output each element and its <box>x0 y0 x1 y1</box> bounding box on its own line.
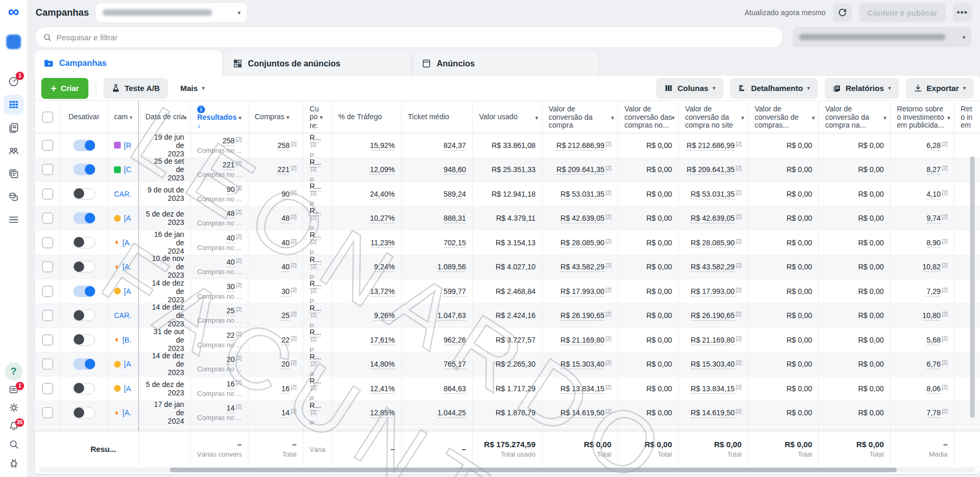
sidebar-item-campaigns[interactable] <box>0 93 27 116</box>
campaign-toggle[interactable] <box>73 164 95 175</box>
select-all-checkbox[interactable] <box>42 111 53 123</box>
row-checkbox[interactable] <box>42 286 53 297</box>
campaign-name-link[interactable]: [R... <box>124 141 132 150</box>
search-input[interactable]: Pesquisar e filtrar <box>36 27 782 47</box>
reports-button[interactable]: Relatórios▾ <box>825 78 899 99</box>
cell-spent: R$ 3.727,57 <box>473 328 542 352</box>
sidebar-item-account-overview[interactable]: 1 <box>0 70 27 93</box>
campaign-name-link[interactable]: [A... <box>122 263 132 271</box>
row-checkbox[interactable] <box>42 237 53 248</box>
row-checkbox[interactable] <box>42 358 53 370</box>
refresh-button[interactable] <box>833 3 852 22</box>
row-checkbox[interactable] <box>42 334 53 346</box>
campaign-toggle[interactable] <box>73 358 95 370</box>
row-checkbox[interactable] <box>42 383 53 394</box>
campaign-toggle[interactable] <box>73 334 95 346</box>
column-header-traffic[interactable]: % de Tráfego <box>332 101 402 133</box>
review-publish-button[interactable]: Conferir e publicar <box>859 3 945 22</box>
flame-icon <box>114 263 119 271</box>
tab-ads[interactable]: Anúncios <box>413 50 599 76</box>
sidebar-item-all-tools[interactable] <box>0 208 27 231</box>
campaign-name-link[interactable]: [A... <box>124 214 132 222</box>
more-options-button[interactable]: ••• <box>953 3 972 22</box>
campaign-toggle[interactable] <box>73 140 95 151</box>
sidebar-item-notifications[interactable]: 35 <box>0 417 27 435</box>
cell-date: 10 de nov de2023 <box>139 255 191 279</box>
campaign-name-link[interactable]: CAR... <box>114 190 132 198</box>
column-header-roas[interactable]: Retorno sobreo investimentoem publicida.… <box>891 101 954 133</box>
cell-date: 17 de jan de2024 <box>139 401 191 425</box>
row-checkbox[interactable] <box>42 310 53 321</box>
horizontal-scrollbar-thumb[interactable] <box>170 468 897 472</box>
campaign-name-link[interactable]: [A... <box>124 287 132 296</box>
campaign-toggle[interactable] <box>73 383 95 394</box>
tab-campaigns[interactable]: Campanhas <box>35 50 222 76</box>
row-checkbox[interactable] <box>42 212 53 224</box>
sidebar-item-audiences[interactable] <box>0 139 27 162</box>
campaign-toggle[interactable] <box>73 310 95 321</box>
account-avatar[interactable] <box>0 30 27 53</box>
meta-logo[interactable]: ∞ <box>0 0 27 23</box>
sidebar-item-updates[interactable]: 1 <box>0 380 27 399</box>
column-header-conv_value[interactable]: Valor deconversão dacompra▾ <box>542 101 618 133</box>
sidebar-item-report-bug[interactable] <box>0 453 27 472</box>
column-header-conv_de[interactable]: Valor deconversão decompras...▾ <box>748 101 819 133</box>
account-selector[interactable]: ▾ <box>96 3 247 22</box>
column-header-cost[interactable]: Cupo ▾re: <box>303 101 332 133</box>
sidebar-item-ads-library[interactable] <box>0 162 27 185</box>
vertical-scrollbar-thumb[interactable] <box>970 156 975 418</box>
sidebar-item-search[interactable] <box>0 435 27 453</box>
campaign-name-link[interactable]: CAR... <box>114 311 132 320</box>
campaign-name-link[interactable]: [A... <box>124 384 132 393</box>
row-checkbox[interactable] <box>42 164 53 175</box>
column-header-conv_no[interactable]: Valor deconversão dascompras no...▾ <box>618 101 679 133</box>
sidebar-item-help[interactable]: ? <box>0 362 27 380</box>
yellow-circle-icon <box>114 385 121 392</box>
campaign-name-link[interactable]: [B... <box>122 336 132 344</box>
horizontal-scrollbar[interactable] <box>39 468 975 472</box>
column-header-conv_site[interactable]: Valor deconversão dacompra no site▾ <box>679 101 748 133</box>
column-header-date[interactable]: Data de criação▾ <box>139 101 191 133</box>
column-header-spent[interactable]: Valor usado▾ <box>473 101 542 133</box>
sidebar-item-settings[interactable] <box>0 399 27 417</box>
column-header-conv_na[interactable]: Valor deconversão dacompra na...▾ <box>819 101 891 133</box>
campaign-toggle[interactable] <box>73 261 95 272</box>
campaign-name-link[interactable]: [A... <box>124 360 132 368</box>
column-header-ticket[interactable]: Ticket médio <box>402 101 473 133</box>
cell-ticket: 589,24 <box>402 182 473 206</box>
row-checkbox[interactable] <box>42 188 53 200</box>
columns-button[interactable]: Colunas▾ <box>656 78 723 99</box>
sidebar-item-pages[interactable] <box>0 116 27 139</box>
date-range-selector[interactable]: ▾ <box>793 27 972 47</box>
campaign-toggle[interactable] <box>73 407 95 418</box>
cell-spent: R$ 3.154,13 <box>473 231 542 255</box>
cell-cost: R...[2]P... <box>303 231 332 255</box>
export-button[interactable]: Exportar▾ <box>906 78 974 99</box>
ab-test-button[interactable]: Teste A/B <box>104 78 168 99</box>
campaign-name-link[interactable]: [C... <box>124 165 132 174</box>
cell-select <box>35 158 61 182</box>
cell-results: 22[2]Compras no ... <box>191 328 248 352</box>
more-button[interactable]: Mais▾ <box>175 78 210 99</box>
sidebar-item-billing[interactable] <box>0 185 27 208</box>
create-button[interactable]: +Criar <box>41 78 88 99</box>
column-header-select[interactable] <box>35 101 61 133</box>
campaign-name-link[interactable]: [A... <box>122 238 132 247</box>
column-header-name[interactable]: cam ▾ <box>108 101 139 133</box>
campaign-toggle[interactable] <box>73 212 95 224</box>
row-checkbox[interactable] <box>42 261 53 272</box>
breakdown-button[interactable]: Detalhamento▾ <box>730 78 818 99</box>
campaign-toggle[interactable] <box>73 188 95 200</box>
campaign-name-link[interactable]: [A... <box>122 408 132 417</box>
row-checkbox[interactable] <box>42 407 53 418</box>
campaign-toggle[interactable] <box>73 237 95 248</box>
column-header-ret[interactable]: Reto inem <box>954 101 980 133</box>
campaign-toggle[interactable] <box>73 286 95 297</box>
chevron-down-icon: ▾ <box>962 34 965 41</box>
tab-adsets[interactable]: Conjuntos de anúncios <box>224 50 411 76</box>
column-header-purchases[interactable]: Compras ▾ <box>248 101 303 133</box>
row-checkbox[interactable] <box>42 140 53 151</box>
column-header-toggle[interactable]: Desativar <box>61 101 108 133</box>
cell-conv_value: R$ 28.085,90[2] <box>542 231 618 255</box>
column-header-results[interactable]: iResultados ▾↓ <box>191 101 248 133</box>
